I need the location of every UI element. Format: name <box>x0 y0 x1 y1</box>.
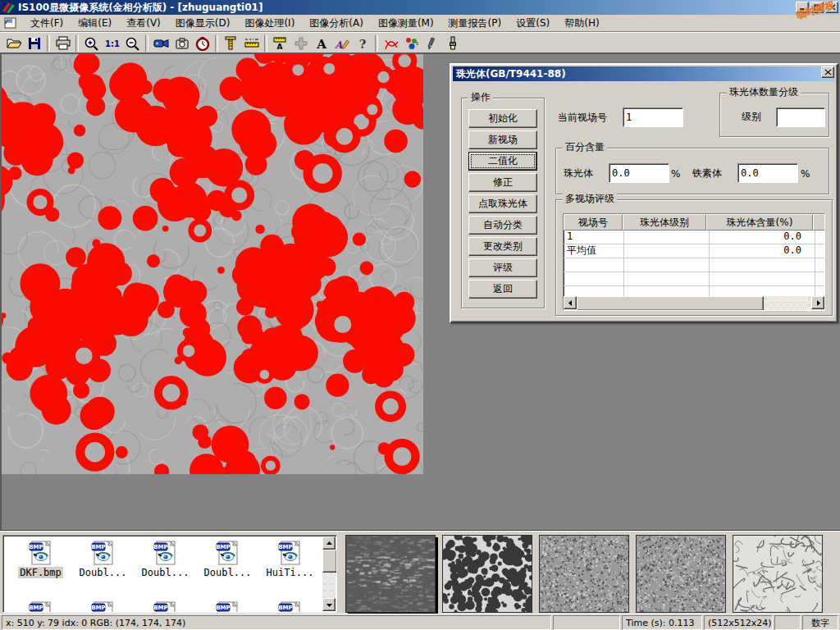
save-icon[interactable] <box>24 34 44 52</box>
operations-group: 操作 初始化新视场二值化修正点取珠光体自动分类更改类别评级返回 <box>461 98 545 308</box>
snapshot-icon[interactable] <box>171 34 192 52</box>
timer-icon[interactable] <box>192 34 212 52</box>
actual-size-icon[interactable]: 1:1 <box>102 34 122 52</box>
table-cell <box>624 272 710 285</box>
video-camera-icon[interactable] <box>151 34 171 52</box>
file-item[interactable]: BMP <box>72 600 134 613</box>
dialog-close-icon[interactable] <box>821 66 834 78</box>
zoom-in-icon[interactable] <box>81 34 102 52</box>
svg-text:BMP: BMP <box>153 605 167 611</box>
current-view-input[interactable] <box>623 107 683 127</box>
menu-item[interactable]: 图像显示(D) <box>168 16 238 31</box>
brush-icon[interactable] <box>442 34 463 52</box>
file-item[interactable]: BMPDKF.bmp <box>10 540 71 578</box>
table-hscrollbar[interactable] <box>564 296 824 310</box>
column-header[interactable]: 视场号 <box>564 214 623 231</box>
curve-icon[interactable] <box>381 34 401 52</box>
file-item[interactable]: BMP <box>259 600 321 613</box>
hscroll-thumb[interactable] <box>577 296 764 311</box>
op-button-8[interactable]: 评级 <box>468 258 537 277</box>
particles-icon[interactable]: 3 <box>401 34 422 52</box>
table-cell <box>815 272 825 285</box>
table-cell <box>624 244 710 258</box>
op-button-7[interactable]: 更改类别 <box>468 237 537 256</box>
grading-group: 珠光体数量分级 级别 <box>719 93 829 137</box>
file-item[interactable]: BMP <box>10 600 71 613</box>
file-item[interactable]: BMPDoubl... <box>197 540 258 578</box>
empty-panel <box>553 615 620 630</box>
minimize-icon[interactable] <box>796 2 809 13</box>
vscroll-thumb[interactable] <box>322 550 337 573</box>
svg-text:A: A <box>316 37 326 51</box>
file-item[interactable]: BMPDoubl... <box>135 540 196 578</box>
table-row[interactable]: 10.0 <box>564 231 824 244</box>
menu-item[interactable]: 图像处理(I) <box>237 16 302 31</box>
grade-input[interactable] <box>776 107 825 127</box>
column-header[interactable]: 珠光体含量(%) <box>706 214 813 231</box>
pen-icon[interactable] <box>422 34 442 52</box>
file-item[interactable]: BMP <box>135 600 196 613</box>
close-icon[interactable] <box>825 2 838 13</box>
pearlite-percent-input[interactable] <box>609 163 669 183</box>
multiview-table[interactable]: 视场号珠光体级别珠光体含量(%)铁素体含量(%) 10.0平均值0.0 <box>563 213 825 311</box>
menu-item[interactable]: 查看(V) <box>119 16 168 31</box>
svg-text:DOC: DOC <box>7 20 15 23</box>
dialog-title-bar[interactable]: 珠光体(GB/T9441-88) <box>453 66 835 81</box>
op-button-2[interactable]: 新视场 <box>468 130 537 149</box>
toolbar-separator <box>264 35 267 52</box>
table-cell <box>710 258 815 272</box>
op-button-3[interactable]: 二值化 <box>468 152 537 171</box>
ruler-icon[interactable] <box>241 34 262 52</box>
menu-item[interactable]: 测量报告(P) <box>441 16 509 31</box>
maximize-icon[interactable] <box>810 2 824 13</box>
scroll-down-icon[interactable] <box>322 598 336 611</box>
measure-text-icon[interactable]: A <box>270 34 290 52</box>
column-header[interactable]: 铁素体含量(%) <box>813 214 825 231</box>
caliper-icon[interactable] <box>221 34 241 52</box>
svg-text:BMP: BMP <box>216 544 230 550</box>
help-icon[interactable]: ? <box>352 34 372 52</box>
menu-item[interactable]: 图像分析(A) <box>302 16 371 31</box>
image-thumbnail[interactable] <box>539 535 629 613</box>
op-button-5[interactable]: 点取珠光体 <box>468 194 537 213</box>
table-row[interactable] <box>564 258 824 272</box>
scroll-right-icon[interactable] <box>811 296 824 309</box>
scroll-up-icon[interactable] <box>322 536 336 550</box>
grid-icon[interactable] <box>290 34 311 52</box>
op-button-6[interactable]: 自动分类 <box>468 216 537 235</box>
menu-item[interactable]: 文件(F) <box>23 16 71 31</box>
image-thumbnail[interactable] <box>345 535 436 613</box>
table-body: 10.0平均值0.0 <box>564 231 824 300</box>
ferrite-percent-input[interactable] <box>737 163 798 183</box>
op-button-4[interactable]: 修正 <box>468 173 537 192</box>
table-cell <box>624 258 710 272</box>
menu-item[interactable]: 帮助(H) <box>557 16 606 31</box>
print-icon[interactable] <box>52 34 73 52</box>
text-icon[interactable]: A <box>311 34 331 52</box>
file-item[interactable]: BMPHuiTi... <box>259 540 321 578</box>
table-cell <box>815 258 825 272</box>
menu-item[interactable]: 设置(S) <box>509 16 557 31</box>
op-button-9[interactable]: 返回 <box>468 280 537 299</box>
annotate-icon[interactable]: A <box>331 34 352 52</box>
menu-item[interactable]: 图像测量(M) <box>371 16 441 31</box>
file-name: Doubl... <box>140 567 191 578</box>
menu-item[interactable]: 编辑(E) <box>71 16 119 31</box>
toolbar-separator <box>375 35 378 52</box>
op-button-1[interactable]: 初始化 <box>468 109 537 128</box>
image-thumbnail[interactable] <box>733 535 823 613</box>
table-row[interactable]: 平均值0.0 <box>564 244 824 258</box>
zoom-out-icon[interactable] <box>122 34 143 52</box>
open-icon[interactable] <box>3 34 24 52</box>
file-browser[interactable]: BMPDKF.bmpBMPDoubl...BMPDoubl...BMPDoubl… <box>2 535 337 613</box>
file-vscrollbar[interactable] <box>322 536 336 611</box>
column-header[interactable]: 珠光体级别 <box>623 214 706 231</box>
file-item[interactable]: BMPDoubl... <box>72 540 134 578</box>
scroll-left-icon[interactable] <box>564 296 577 309</box>
image-thumbnail[interactable] <box>442 535 532 613</box>
file-item[interactable]: BMP <box>197 600 258 613</box>
table-row[interactable] <box>564 272 824 286</box>
image-thumbnail[interactable] <box>636 535 726 613</box>
operations-group-label: 操作 <box>468 91 493 103</box>
micrograph-image[interactable] <box>2 54 423 474</box>
